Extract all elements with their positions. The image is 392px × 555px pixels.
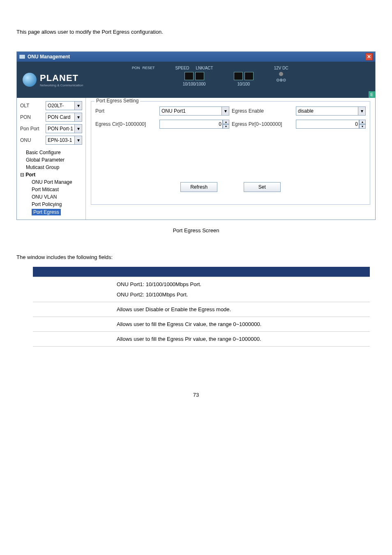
chevron-down-icon[interactable]: ▾ <box>74 136 82 144</box>
ponport-value: PON Port-1 <box>48 126 73 132</box>
leds-icons: ⊝⊛⊝ <box>276 78 286 82</box>
desc-cell: Allows user to fill the Egress Cir value… <box>111 317 370 331</box>
onu-value: EPN-103-1 <box>48 137 72 143</box>
window-icon <box>19 54 25 60</box>
pon-label: PON <box>20 114 43 120</box>
object-cell <box>33 277 111 302</box>
olt-value: O20LT- <box>48 103 64 109</box>
refresh-button[interactable]: Refresh <box>180 182 217 192</box>
chevron-down-icon[interactable]: ▾ <box>358 107 365 115</box>
egress-cir-value[interactable]: 0 <box>159 120 223 129</box>
tree-onu-vlan[interactable]: ONU VLAN <box>29 193 82 201</box>
table-row: Allows user Disable or Enable the Egress… <box>33 302 370 317</box>
chevron-down-icon[interactable]: ▾ <box>74 113 82 121</box>
egress-enable-value: disable <box>298 108 314 114</box>
description-table: ONU Port1: 10/100/1000Mbps Port. ONU Por… <box>33 267 370 347</box>
fields-intro: The window includes the following fields… <box>16 254 376 260</box>
chevron-down-icon[interactable]: ▾ <box>74 102 82 110</box>
egress-enable-select[interactable]: disable▾ <box>296 106 366 116</box>
intro-text: This page allows user to modify the Port… <box>16 29 376 35</box>
spin-down-icon[interactable]: ▼ <box>359 124 366 129</box>
spacer <box>243 66 244 70</box>
tree-basic-configure[interactable]: Basic Configure <box>20 149 82 156</box>
egress-pir-value[interactable]: 0 <box>296 120 359 129</box>
desc-cell: ONU Port2: 10/100Mbps Port. <box>117 291 364 298</box>
olt-label: OLT <box>20 103 43 109</box>
tree-port-egress[interactable]: Port Egress <box>29 208 82 216</box>
egress-pir-label: Egress Pir[0~1000000] <box>232 121 293 127</box>
onu-select[interactable]: EPN-103-1▾ <box>46 136 82 145</box>
pon-select[interactable]: PON Card▾ <box>46 113 82 122</box>
pon-value: PON Card <box>48 114 70 120</box>
chevron-down-icon[interactable]: ▾ <box>221 107 229 115</box>
reset-label: RESET <box>143 66 155 70</box>
power-dot-icon <box>279 72 283 76</box>
port-icon <box>195 72 204 80</box>
screenshot-caption: Port Egress Screen <box>16 227 376 234</box>
port-icon <box>244 72 254 80</box>
port-egress-fieldset: Port Egress Setting Port ONU Port1▾ Egre… <box>91 101 370 205</box>
speed-label: SPEED <box>175 66 189 70</box>
spin-up-icon[interactable]: ▲ <box>223 120 229 124</box>
e-badge: E <box>369 91 375 98</box>
sidebar: OLT O20LT-▾ PON PON Card▾ Pon Port PON P… <box>17 98 86 220</box>
ponport-label: Pon Port <box>20 126 43 132</box>
tree-port-policying[interactable]: Port Policying <box>29 201 82 208</box>
desc-cell: Allows user to fill the Egress Pir value… <box>111 331 370 346</box>
onu-window: ONU Management ✕ PLANET Networking & Com… <box>16 51 376 220</box>
close-button[interactable]: ✕ <box>365 53 373 60</box>
svg-rect-0 <box>20 55 25 58</box>
tree-port[interactable]: Port <box>20 171 82 178</box>
object-cell <box>33 331 111 346</box>
object-cell <box>33 317 111 331</box>
olt-select[interactable]: O20LT-▾ <box>46 101 82 110</box>
lnkact-label: LNK/ACT <box>196 66 213 70</box>
tree-global-parameter[interactable]: Global Parameter <box>20 156 82 164</box>
port-select[interactable]: ONU Port1▾ <box>159 106 229 116</box>
spin-up-icon[interactable]: ▲ <box>359 120 366 124</box>
onu-label: ONU <box>20 137 43 143</box>
titlebar: ONU Management ✕ <box>17 52 375 62</box>
desc-cell: Allows user Disable or Enable the Egress… <box>111 302 370 317</box>
tree-port-egress-label: Port Egress <box>32 209 61 215</box>
fieldset-legend: Port Egress Setting <box>95 98 140 104</box>
pon-label: PON <box>132 66 140 70</box>
nav-tree: Basic Configure Global Parameter Muticas… <box>20 149 82 216</box>
ponport-select[interactable]: PON Port-1▾ <box>46 124 82 133</box>
port2-speed: 10/100 <box>237 82 250 86</box>
set-button[interactable]: Set <box>244 182 281 192</box>
power-label: 12V DC <box>274 66 288 70</box>
main-panel: Port Egress Setting Port ONU Port1▾ Egre… <box>86 98 375 220</box>
tree-muticast-group[interactable]: Muticast Group <box>20 164 82 171</box>
egress-cir-label: Egress Cir[0~1000000] <box>95 121 157 127</box>
window-title: ONU Management <box>28 54 70 60</box>
port1-speed: 10/100/1000 <box>183 82 206 86</box>
port-label: Port <box>95 108 157 114</box>
brand-sub: Networking & Communication <box>40 83 83 87</box>
port-icon <box>184 72 194 80</box>
page-number: 73 <box>16 392 376 398</box>
table-row: ONU Port1: 10/100/1000Mbps Port. ONU Por… <box>33 277 370 302</box>
egress-pir-input[interactable]: 0 ▲▼ <box>296 120 366 129</box>
chevron-down-icon[interactable]: ▾ <box>74 125 82 133</box>
egress-enable-label: Egress Enable <box>232 108 293 114</box>
desc-cell: ONU Port1: 10/100/1000Mbps Port. <box>117 281 364 287</box>
globe-icon <box>23 73 37 87</box>
header-banner: PLANET Networking & Communication PON RE… <box>17 62 375 98</box>
tree-port-miticast[interactable]: Port Miticast <box>29 186 82 193</box>
table-row: Allows user to fill the Egress Cir value… <box>33 317 370 331</box>
egress-cir-input[interactable]: 0 ▲▼ <box>159 120 229 129</box>
spin-down-icon[interactable]: ▼ <box>223 124 229 129</box>
tree-onu-port-manage[interactable]: ONU Port Manage <box>29 178 82 186</box>
port-icon <box>234 72 243 80</box>
table-row: Allows user to fill the Egress Pir value… <box>33 331 370 346</box>
brand-logo: PLANET <box>40 73 83 83</box>
port-select-value: ONU Port1 <box>161 108 186 114</box>
object-cell <box>33 302 111 317</box>
